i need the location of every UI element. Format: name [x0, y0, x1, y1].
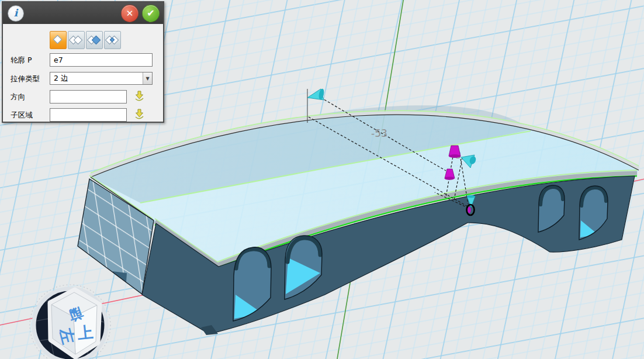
extrude-dialog: i ✕ ✔ 轮廓 P 拉伸类型 2 边 ▼ 方向	[2, 1, 164, 123]
mode-subtract-button[interactable]	[86, 31, 103, 49]
cad-viewport: -53 3	[0, 0, 644, 359]
extrude-type-select[interactable]: 2 边 ▼	[50, 72, 153, 85]
direction-label: 方向	[11, 92, 25, 102]
direction-pick-icon[interactable]	[134, 91, 145, 102]
mode-intersect-button[interactable]	[104, 31, 121, 49]
close-icon: ✕	[126, 8, 134, 19]
extrude-solid-icon	[53, 35, 63, 44]
cancel-button[interactable]: ✕	[121, 5, 139, 22]
info-icon[interactable]: i	[8, 5, 24, 22]
extrude-mode-toolbar	[50, 31, 121, 49]
nav-cube-right-label[interactable]: 上	[76, 323, 94, 343]
mode-solid-button[interactable]	[50, 31, 67, 49]
profile-input[interactable]	[50, 53, 153, 67]
direction-input[interactable]	[50, 90, 127, 103]
dropdown-arrow-icon[interactable]: ▼	[143, 73, 152, 84]
extrude-type-label: 拉伸类型	[11, 74, 40, 84]
mode-add-button[interactable]	[68, 31, 85, 49]
confirm-button[interactable]: ✔	[142, 5, 160, 22]
extrude-distance-label[interactable]: -53	[371, 127, 387, 139]
profile-label: 轮廓 P	[11, 56, 32, 65]
extrude-type-value: 2 边	[50, 74, 143, 84]
offset-handle-magenta-1[interactable]	[449, 146, 461, 158]
dialog-titlebar: i ✕ ✔	[3, 2, 163, 24]
subregion-pick-icon[interactable]	[134, 109, 145, 120]
subregion-label: 子区域	[11, 111, 33, 120]
subregion-input[interactable]	[50, 108, 127, 122]
check-icon: ✔	[147, 8, 154, 19]
